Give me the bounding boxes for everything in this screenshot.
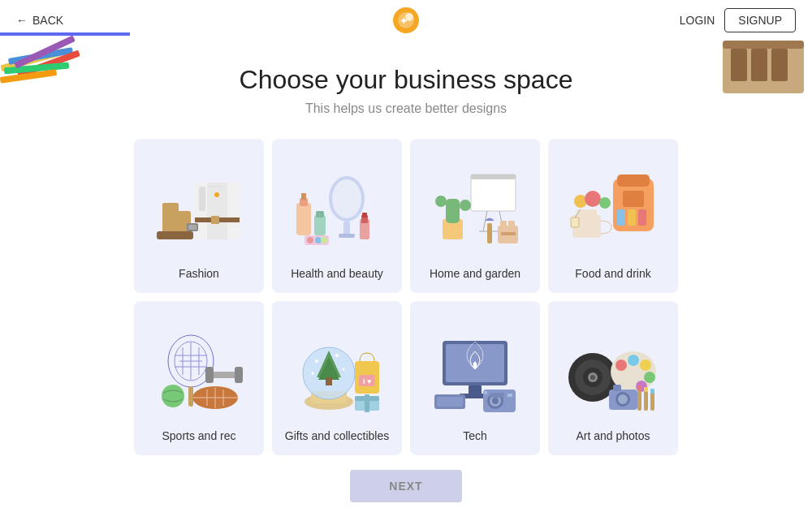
svg-point-42 (321, 237, 327, 243)
health-beauty-illustration (282, 153, 392, 260)
svg-rect-19 (207, 183, 227, 239)
svg-rect-135 (644, 387, 648, 392)
svg-line-45 (483, 211, 487, 231)
svg-rect-82 (205, 367, 214, 383)
svg-point-84 (162, 385, 184, 407)
svg-rect-16 (162, 203, 179, 219)
svg-point-28 (332, 179, 361, 218)
svg-point-51 (435, 196, 447, 207)
svg-point-131 (620, 373, 636, 386)
svg-rect-136 (650, 391, 654, 411)
back-button[interactable]: ← BACK (16, 14, 63, 27)
category-card-tech[interactable]: Tech (410, 301, 540, 455)
svg-point-99 (343, 368, 345, 371)
next-button[interactable]: NEXT (350, 470, 461, 502)
svg-rect-57 (508, 221, 515, 227)
svg-rect-17 (157, 231, 193, 239)
svg-rect-70 (571, 217, 579, 227)
svg-point-124 (590, 375, 595, 380)
back-arrow-icon: ← (16, 14, 28, 27)
svg-rect-133 (637, 385, 641, 390)
svg-point-129 (644, 372, 655, 383)
food-drink-label: Food and drink (575, 267, 650, 280)
svg-rect-56 (500, 221, 507, 227)
home-garden-illustration (420, 153, 530, 260)
fashion-illustration (144, 153, 254, 260)
svg-rect-134 (644, 390, 648, 411)
svg-point-118 (484, 391, 487, 394)
sports-rec-label: Sports and rec (162, 429, 235, 442)
svg-rect-58 (501, 232, 516, 235)
food-drink-illustration (558, 153, 668, 260)
svg-point-140 (618, 394, 628, 404)
main-content: Choose your business space This helps us… (0, 41, 812, 508)
svg-rect-64 (638, 209, 646, 226)
svg-rect-54 (487, 223, 492, 243)
svg-point-98 (335, 354, 339, 357)
svg-rect-80 (188, 386, 193, 407)
svg-rect-44 (471, 174, 516, 179)
svg-point-116 (492, 398, 499, 404)
svg-rect-38 (362, 213, 367, 217)
svg-rect-43 (471, 174, 516, 211)
svg-rect-20 (199, 187, 205, 211)
svg-rect-62 (617, 209, 625, 226)
fashion-label: Fashion (179, 267, 219, 280)
login-button[interactable]: LOGIN (680, 14, 715, 27)
home-garden-label: Home and garden (430, 267, 520, 280)
category-card-home-garden[interactable]: Home and garden (410, 139, 540, 293)
header: ← BACK ✦ LOGIN SIGNUP (0, 0, 812, 41)
svg-rect-34 (314, 215, 326, 235)
sports-rec-illustration (144, 316, 254, 423)
svg-point-97 (315, 359, 318, 363)
svg-rect-61 (623, 191, 644, 207)
svg-rect-141 (613, 385, 621, 391)
svg-point-53 (460, 200, 471, 211)
svg-point-128 (640, 359, 651, 371)
tech-illustration (420, 316, 530, 423)
category-card-fashion[interactable]: Fashion (134, 139, 264, 293)
svg-rect-33 (301, 193, 306, 200)
back-label: BACK (32, 14, 63, 27)
tech-label: Tech (463, 429, 487, 442)
logo: ✦ (391, 6, 421, 35)
svg-rect-31 (296, 203, 311, 235)
svg-point-100 (312, 372, 314, 375)
svg-rect-83 (235, 367, 243, 383)
svg-point-21 (214, 192, 219, 197)
category-card-gifts-collectibles[interactable]: I ♥ Gifts and collectibles (272, 301, 402, 455)
svg-rect-30 (339, 234, 355, 238)
svg-rect-63 (628, 209, 636, 226)
svg-point-126 (615, 359, 627, 371)
svg-rect-24 (188, 225, 197, 230)
header-right: LOGIN SIGNUP (680, 8, 796, 32)
signup-button[interactable]: SIGNUP (724, 8, 796, 32)
category-card-health-beauty[interactable]: Health and beauty (272, 139, 402, 293)
svg-rect-132 (637, 388, 641, 411)
svg-rect-60 (617, 174, 650, 187)
svg-point-127 (628, 355, 639, 366)
svg-text:✦: ✦ (400, 15, 408, 27)
category-grid: Fashion (134, 139, 678, 455)
gifts-collectibles-illustration: I ♥ (282, 316, 392, 423)
svg-point-68 (585, 191, 601, 207)
category-card-food-drink[interactable]: Food and drink (548, 139, 678, 293)
svg-rect-35 (316, 211, 324, 217)
svg-rect-117 (508, 394, 512, 397)
svg-point-41 (315, 237, 322, 243)
art-photos-label: Art and photos (576, 429, 650, 442)
svg-rect-112 (437, 397, 463, 407)
category-card-sports-rec[interactable]: Sports and rec (134, 301, 264, 455)
gifts-collectibles-label: Gifts and collectibles (285, 429, 389, 442)
svg-rect-96 (326, 377, 332, 385)
svg-rect-119 (490, 393, 504, 398)
category-card-art-photos[interactable]: Art and photos (548, 301, 678, 455)
svg-point-69 (599, 197, 611, 209)
svg-rect-26 (211, 216, 219, 224)
svg-rect-106 (365, 394, 369, 412)
svg-point-40 (307, 237, 313, 243)
health-beauty-label: Health and beauty (291, 267, 383, 280)
page-title: Choose your business space (240, 65, 573, 95)
page-subtitle: This helps us create better designs (305, 101, 507, 116)
svg-text:I ♥: I ♥ (363, 377, 371, 385)
